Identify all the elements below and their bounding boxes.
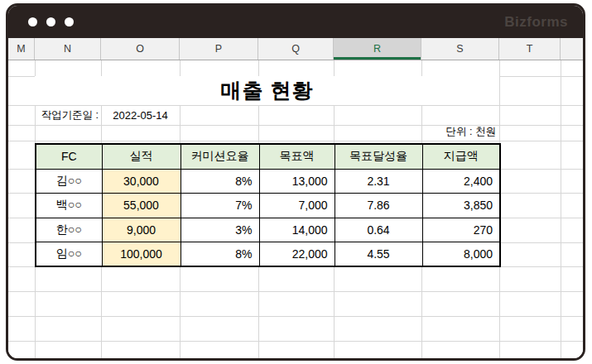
cell-target[interactable]: 14,000 xyxy=(259,218,335,242)
cell-achievement[interactable]: 4.55 xyxy=(335,242,422,267)
cell-payment[interactable]: 270 xyxy=(422,218,500,242)
gridline xyxy=(8,141,583,141)
table-header-commission[interactable]: 커미션요율 xyxy=(180,144,259,169)
column-header-p[interactable]: P xyxy=(180,38,258,60)
gridline xyxy=(8,341,583,342)
cell-commission[interactable]: 7% xyxy=(180,194,259,218)
cell-commission[interactable]: 8% xyxy=(180,242,259,267)
cell-target[interactable]: 22,000 xyxy=(259,242,335,267)
sheet-grid: 매출 현황 작업기준일 : 2022-05-14 단위 : 천원 FC 실적 커… xyxy=(8,60,583,358)
cell-commission[interactable]: 3% xyxy=(180,218,259,242)
cell-payment[interactable]: 2,400 xyxy=(422,169,500,194)
cell-fc[interactable]: 임○○ xyxy=(36,242,102,267)
table-header-row: FC 실적 커미션요율 목표액 목표달성율 지급액 xyxy=(36,144,500,169)
cell-performance[interactable]: 30,000 xyxy=(102,169,180,194)
cell-payment[interactable]: 3,850 xyxy=(422,194,500,218)
cell-achievement[interactable]: 2.31 xyxy=(335,169,422,194)
cell-performance[interactable]: 55,000 xyxy=(102,194,180,218)
cell-fc[interactable]: 한○○ xyxy=(36,218,102,242)
table-header-target[interactable]: 목표액 xyxy=(259,144,335,169)
gridline xyxy=(8,291,583,292)
brand-logo: Bizforms xyxy=(504,14,568,31)
cell-performance[interactable]: 100,000 xyxy=(102,242,180,267)
table-header-payment[interactable]: 지급액 xyxy=(422,144,500,169)
date-value-cell[interactable]: 2022-05-14 xyxy=(101,105,180,125)
column-header-q[interactable]: Q xyxy=(258,38,334,60)
window-control-dot[interactable] xyxy=(65,17,74,26)
unit-label[interactable]: 단위 : 천원 xyxy=(421,123,499,141)
gridline xyxy=(8,316,583,317)
column-header-filler xyxy=(561,38,583,60)
app-window: Bizforms M N O P Q R S T xyxy=(6,3,585,361)
column-header-s[interactable]: S xyxy=(421,38,499,60)
cell-performance[interactable]: 9,000 xyxy=(102,218,180,242)
cell-fc[interactable]: 김○○ xyxy=(36,169,102,194)
column-header-o[interactable]: O xyxy=(101,38,180,60)
window-control-dot[interactable] xyxy=(46,17,55,26)
column-header-n[interactable]: N xyxy=(35,38,101,60)
titlebar: Bizforms xyxy=(8,6,583,38)
window-controls xyxy=(28,17,74,26)
window-control-dot[interactable] xyxy=(28,17,37,26)
column-header-m[interactable]: M xyxy=(8,38,35,60)
table-header-performance[interactable]: 실적 xyxy=(102,144,180,169)
table-row: 한○○ 9,000 3% 14,000 0.64 270 xyxy=(36,218,500,242)
cell-target[interactable]: 7,000 xyxy=(259,194,335,218)
column-header-bar: M N O P Q R S T xyxy=(8,38,583,60)
table-header-achievement[interactable]: 목표달성율 xyxy=(335,144,422,169)
table-header-fc[interactable]: FC xyxy=(36,144,102,169)
cell-commission[interactable]: 8% xyxy=(180,169,259,194)
cell-payment[interactable]: 8,000 xyxy=(422,242,500,267)
cell-fc[interactable]: 백○○ xyxy=(36,194,102,218)
column-header-r-selected[interactable]: R xyxy=(334,38,421,60)
date-label-cell[interactable]: 작업기준일 : xyxy=(35,105,101,125)
cell-achievement[interactable]: 7.86 xyxy=(335,194,422,218)
cell-target[interactable]: 13,000 xyxy=(259,169,335,194)
cell-achievement[interactable]: 0.64 xyxy=(335,218,422,242)
table-row: 백○○ 55,000 7% 7,000 7.86 3,850 xyxy=(36,194,500,218)
table-row: 임○○ 100,000 8% 22,000 4.55 8,000 xyxy=(36,242,500,267)
page-title[interactable]: 매출 현황 xyxy=(35,76,499,105)
column-header-t[interactable]: T xyxy=(499,38,561,60)
sales-table: FC 실적 커미션요율 목표액 목표달성율 지급액 김○○ 30,000 8% … xyxy=(35,143,501,267)
table-row: 김○○ 30,000 8% 13,000 2.31 2,400 xyxy=(36,169,500,194)
